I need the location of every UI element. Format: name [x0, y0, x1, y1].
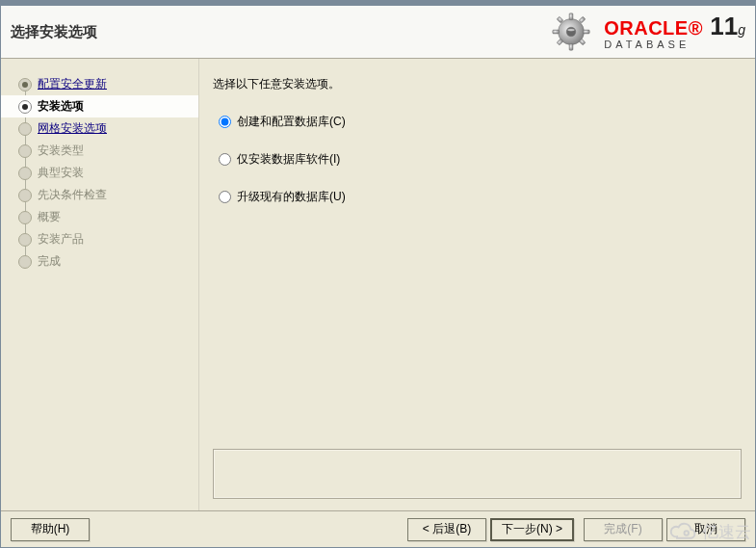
- brand-name: ORACLE: [604, 17, 688, 39]
- wizard-step-5: 先决条件检查: [1, 184, 198, 206]
- svg-rect-2: [569, 43, 573, 50]
- wizard-step-6: 概要: [1, 206, 198, 228]
- back-button[interactable]: < 后退(B): [407, 518, 486, 541]
- step-label: 完成: [38, 253, 61, 270]
- install-option-radio-2[interactable]: [219, 191, 231, 203]
- installer-header: 选择安装选项: [1, 6, 755, 59]
- step-label: 安装选项: [38, 98, 84, 115]
- svg-rect-3: [553, 30, 560, 34]
- step-label[interactable]: 网格安装选项: [38, 120, 107, 137]
- wizard-step-4: 典型安装: [1, 162, 198, 184]
- wizard-step-7: 安装产品: [1, 228, 198, 250]
- install-option-1[interactable]: 仅安装数据库软件(I): [219, 151, 742, 168]
- install-option-2[interactable]: 升级现有的数据库(U): [219, 189, 742, 205]
- content-panel: 选择以下任意安装选项。 创建和配置数据库(C)仅安装数据库软件(I)升级现有的数…: [198, 59, 755, 510]
- step-bullet-icon: [18, 78, 32, 91]
- gear-icon: [548, 9, 594, 55]
- next-button[interactable]: 下一步(N) >: [490, 518, 574, 541]
- step-bullet-icon: [18, 167, 32, 180]
- brand-block: ORACLE® 11g DATABASE: [604, 13, 745, 50]
- step-label: 概要: [38, 209, 61, 225]
- page-title: 选择安装选项: [11, 23, 97, 41]
- wizard-steps-sidebar: 配置安全更新安装选项网格安装选项安装类型典型安装先决条件检查概要安装产品完成: [1, 59, 198, 510]
- brand-suffix: g: [738, 22, 745, 38]
- wizard-step-0[interactable]: 配置安全更新: [1, 73, 198, 95]
- step-bullet-icon: [18, 233, 32, 247]
- message-area: [213, 449, 742, 499]
- help-button[interactable]: 帮助(H): [11, 518, 90, 541]
- wizard-step-1: 安装选项: [1, 95, 198, 117]
- step-bullet-icon: [18, 211, 32, 224]
- step-label: 安装类型: [38, 143, 84, 159]
- step-label: 先决条件检查: [38, 187, 107, 203]
- gears-decoration: [548, 9, 594, 55]
- wizard-step-2[interactable]: 网格安装选项: [1, 117, 198, 140]
- brand-subtitle: DATABASE: [604, 39, 745, 50]
- step-bullet-icon: [18, 255, 32, 269]
- svg-point-10: [567, 29, 575, 32]
- install-option-radio-0[interactable]: [219, 116, 231, 128]
- step-label: 典型安装: [38, 165, 84, 181]
- step-bullet-icon: [18, 189, 32, 202]
- install-option-label: 创建和配置数据库(C): [237, 114, 346, 130]
- footer-bar: 帮助(H) < 后退(B) 下一步(N) > 完成(F) 取消: [1, 510, 755, 547]
- install-option-radio-1[interactable]: [219, 153, 231, 166]
- instruction-text: 选择以下任意安装选项。: [213, 76, 742, 92]
- step-bullet-icon: [18, 144, 32, 158]
- wizard-step-8: 完成: [1, 250, 198, 273]
- svg-rect-1: [569, 13, 573, 20]
- brand-version: 11: [710, 12, 738, 40]
- step-bullet-icon: [18, 100, 32, 114]
- install-option-label: 升级现有的数据库(U): [237, 189, 346, 205]
- step-label[interactable]: 配置安全更新: [38, 76, 107, 92]
- install-option-0[interactable]: 创建和配置数据库(C): [219, 114, 742, 130]
- cancel-button[interactable]: 取消: [666, 518, 745, 541]
- step-label: 安装产品: [38, 231, 84, 248]
- step-bullet-icon: [18, 122, 32, 136]
- wizard-step-3: 安装类型: [1, 140, 198, 162]
- install-option-label: 仅安装数据库软件(I): [237, 151, 340, 168]
- svg-rect-4: [584, 30, 590, 34]
- finish-button[interactable]: 完成(F): [584, 518, 663, 541]
